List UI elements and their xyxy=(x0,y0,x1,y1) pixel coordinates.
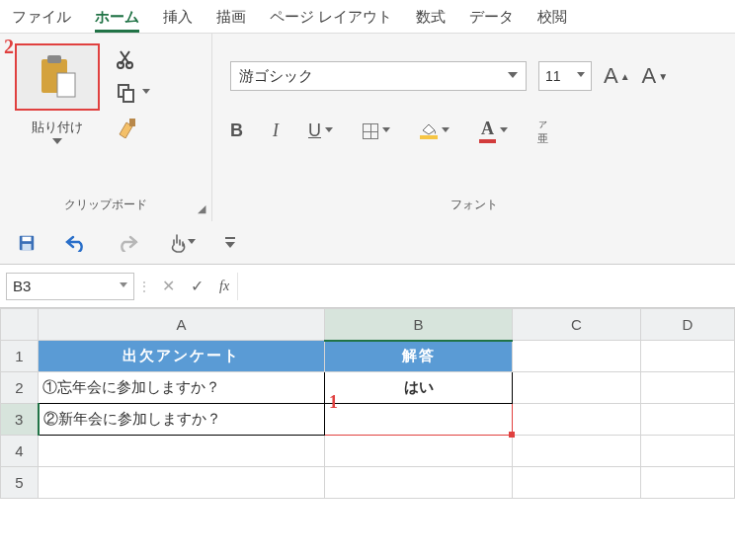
cell-b1[interactable]: 解答 xyxy=(325,341,513,372)
font-size-select[interactable]: 11 xyxy=(538,61,592,91)
format-painter-button[interactable] xyxy=(117,117,150,138)
separator: ⋮ xyxy=(134,279,154,294)
col-header-d[interactable]: D xyxy=(641,309,735,341)
cell-b4[interactable] xyxy=(325,436,513,467)
phonetic-button[interactable]: ア亜 xyxy=(537,120,548,143)
cancel-formula-button[interactable]: ✕ xyxy=(154,277,183,295)
cell-a1[interactable]: 出欠アンケート xyxy=(39,341,325,372)
cell-d4[interactable] xyxy=(641,436,735,467)
cell-c5[interactable] xyxy=(513,467,641,499)
tab-home[interactable]: ホーム xyxy=(95,8,139,33)
cell-b2[interactable]: はい xyxy=(325,372,513,404)
svg-rect-7 xyxy=(129,119,135,126)
row-header-4[interactable]: 4 xyxy=(1,436,39,467)
tab-draw[interactable]: 描画 xyxy=(216,8,246,33)
cell-a5[interactable] xyxy=(39,467,325,499)
cell-c1[interactable] xyxy=(513,341,641,372)
chevron-down-icon xyxy=(325,127,333,135)
callout-1: 1 xyxy=(329,392,338,413)
group-title-font: フォント xyxy=(212,193,735,217)
ribbon: 2 貼り付け xyxy=(0,34,735,221)
quick-access-toolbar xyxy=(0,221,735,265)
cell-a4[interactable] xyxy=(39,436,325,467)
svg-rect-6 xyxy=(123,90,133,102)
cell-b5[interactable] xyxy=(325,467,513,499)
cell-d1[interactable] xyxy=(641,341,735,372)
italic-button[interactable]: I xyxy=(273,120,279,141)
cell-b3[interactable] xyxy=(325,404,513,436)
ribbon-tabs: ファイル ホーム 挿入 描画 ページ レイアウト 数式 データ 校閲 xyxy=(0,0,735,34)
bold-button[interactable]: B xyxy=(230,120,243,141)
undo-button[interactable] xyxy=(65,234,87,252)
cell-a2[interactable]: ①忘年会に参加しますか？ xyxy=(39,372,325,404)
tab-formulas[interactable]: 数式 xyxy=(416,8,446,33)
row-header-3[interactable]: 3 xyxy=(1,404,39,436)
chevron-down-icon xyxy=(577,72,585,80)
chevron-down-icon xyxy=(120,282,127,290)
chevron-down-icon xyxy=(500,127,508,135)
font-name-value: 游ゴシック xyxy=(239,67,313,86)
redo-button[interactable] xyxy=(117,234,138,252)
svg-rect-11 xyxy=(225,237,235,239)
svg-point-3 xyxy=(118,62,123,68)
svg-rect-1 xyxy=(47,55,61,63)
font-color-button[interactable]: A xyxy=(479,119,508,143)
svg-rect-9 xyxy=(23,236,32,241)
worksheet: A B C D 1 出欠アンケート 解答 2 ①忘年会に参加しますか？ はい xyxy=(0,308,735,499)
borders-button[interactable] xyxy=(363,123,390,139)
formula-bar: B3 ⋮ ✕ ✓ fx xyxy=(0,265,735,308)
formula-input[interactable] xyxy=(237,273,729,300)
cell-c2[interactable] xyxy=(513,372,641,404)
chevron-down-icon xyxy=(188,239,196,247)
col-header-c[interactable]: C xyxy=(513,309,641,341)
tab-insert[interactable]: 挿入 xyxy=(163,8,193,33)
save-button[interactable] xyxy=(18,234,36,252)
paste-label: 貼り付け xyxy=(32,119,83,136)
group-title-clipboard: クリップボード xyxy=(0,193,211,217)
svg-rect-2 xyxy=(57,73,75,97)
tab-file[interactable]: ファイル xyxy=(12,8,71,33)
chevron-down-icon[interactable] xyxy=(52,138,62,146)
row-header-5[interactable]: 5 xyxy=(1,467,39,499)
paste-button[interactable]: 貼り付け xyxy=(16,43,99,146)
group-font: 游ゴシック 11 A▲ A▼ B I U A ア亜 フォント xyxy=(212,34,735,221)
chevron-down-icon xyxy=(382,127,390,135)
enter-formula-button[interactable]: ✓ xyxy=(183,277,211,295)
chevron-down-icon xyxy=(442,127,449,135)
copy-button[interactable] xyxy=(117,83,150,103)
tab-page-layout[interactable]: ページ レイアウト xyxy=(270,8,392,33)
cell-c4[interactable] xyxy=(513,436,641,467)
underline-button[interactable]: U xyxy=(308,120,333,141)
tab-review[interactable]: 校閲 xyxy=(537,8,567,33)
paste-icon xyxy=(15,43,100,111)
cell-d3[interactable] xyxy=(641,404,735,436)
group-clipboard: 貼り付け クリップボード ◢ xyxy=(0,34,212,221)
fill-color-button[interactable] xyxy=(420,123,449,139)
name-box[interactable]: B3 xyxy=(6,273,134,300)
callout-2: 2 xyxy=(4,36,14,58)
font-name-select[interactable]: 游ゴシック xyxy=(230,61,527,91)
col-header-a[interactable]: A xyxy=(39,309,325,341)
name-box-value: B3 xyxy=(13,278,31,294)
font-size-value: 11 xyxy=(545,68,561,84)
cell-a3-value: ②新年会に参加しますか？ xyxy=(43,410,221,427)
col-header-b[interactable]: B xyxy=(325,309,513,341)
chevron-down-icon xyxy=(508,72,518,80)
select-all-corner[interactable] xyxy=(1,309,39,341)
svg-point-4 xyxy=(126,62,132,68)
svg-rect-10 xyxy=(23,243,32,249)
qat-customize-button[interactable] xyxy=(225,237,235,249)
fx-icon[interactable]: fx xyxy=(211,279,237,294)
cut-button[interactable] xyxy=(117,49,150,69)
cell-d2[interactable] xyxy=(641,372,735,404)
cell-c3[interactable] xyxy=(513,404,641,436)
row-header-1[interactable]: 1 xyxy=(1,341,39,372)
touch-mode-button[interactable] xyxy=(168,232,196,254)
row-header-2[interactable]: 2 xyxy=(1,372,39,404)
cell-a3[interactable]: ②新年会に参加しますか？ 1 xyxy=(39,404,325,436)
shrink-font-button[interactable]: A▼ xyxy=(642,63,669,89)
clipboard-launcher-icon[interactable]: ◢ xyxy=(198,202,205,215)
tab-data[interactable]: データ xyxy=(469,8,514,33)
grow-font-button[interactable]: A▲ xyxy=(604,63,630,89)
cell-d5[interactable] xyxy=(641,467,735,499)
